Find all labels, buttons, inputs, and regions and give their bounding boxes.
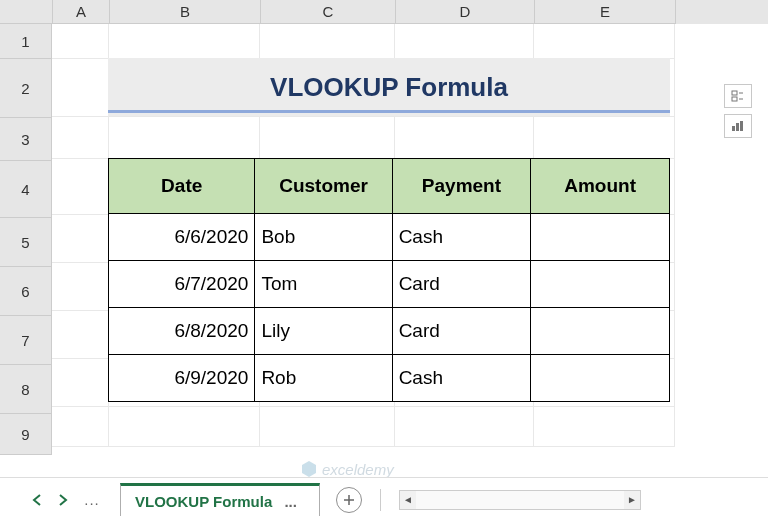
- table-row: 6/6/2020 Bob Cash: [109, 214, 670, 261]
- row-header-2[interactable]: 2: [0, 59, 52, 118]
- sheet-tab-bar: ... VLOOKUP Formula ... ◄ ►: [0, 477, 768, 521]
- row-header-4[interactable]: 4: [0, 161, 52, 218]
- cell-customer[interactable]: Rob: [255, 355, 392, 402]
- col-header-E[interactable]: E: [535, 0, 676, 24]
- cell-date[interactable]: 6/7/2020: [109, 261, 255, 308]
- svg-rect-2: [732, 126, 735, 131]
- tab-active[interactable]: VLOOKUP Formula ...: [120, 483, 320, 516]
- row-header-6[interactable]: 6: [0, 267, 52, 316]
- col-header-D[interactable]: D: [396, 0, 535, 24]
- th-payment[interactable]: Payment: [392, 159, 531, 214]
- th-customer[interactable]: Customer: [255, 159, 392, 214]
- page-title[interactable]: VLOOKUP Formula: [108, 58, 670, 116]
- cell-payment[interactable]: Cash: [392, 355, 531, 402]
- cell-amount[interactable]: [531, 355, 670, 402]
- select-all-corner[interactable]: [0, 0, 53, 24]
- row-header-9[interactable]: 9: [0, 414, 52, 455]
- tab-label: VLOOKUP Formula: [135, 493, 272, 510]
- table-row: 6/8/2020 Lily Card: [109, 308, 670, 355]
- floating-buttons: [724, 84, 752, 138]
- cell-payment[interactable]: Cash: [392, 214, 531, 261]
- sheet-nav: ...: [0, 489, 106, 511]
- col-header-C[interactable]: C: [261, 0, 396, 24]
- watermark-text: exceldemy: [322, 461, 394, 478]
- table-header-row: Date Customer Payment Amount: [109, 159, 670, 214]
- row-header-7[interactable]: 7: [0, 316, 52, 365]
- nav-prev-icon[interactable]: [26, 489, 48, 511]
- svg-rect-0: [732, 91, 737, 95]
- row-header-8[interactable]: 8: [0, 365, 52, 414]
- cells-grid[interactable]: VLOOKUP Formula Date Customer Payment Am…: [52, 24, 768, 455]
- row-header-1[interactable]: 1: [0, 24, 52, 59]
- cell-amount[interactable]: [531, 308, 670, 355]
- cell-date[interactable]: 6/6/2020: [109, 214, 255, 261]
- cell-payment[interactable]: Card: [392, 261, 531, 308]
- chart-options-button[interactable]: [724, 114, 752, 138]
- horizontal-scrollbar[interactable]: ◄ ►: [399, 490, 641, 510]
- svg-rect-3: [736, 123, 739, 131]
- row-header-5[interactable]: 5: [0, 218, 52, 267]
- nav-next-icon[interactable]: [52, 489, 74, 511]
- row-header-3[interactable]: 3: [0, 118, 52, 161]
- cell-customer[interactable]: Lily: [255, 308, 392, 355]
- th-date[interactable]: Date: [109, 159, 255, 214]
- svg-rect-4: [740, 121, 743, 131]
- add-sheet-button[interactable]: [336, 487, 362, 513]
- table-row: 6/9/2020 Rob Cash: [109, 355, 670, 402]
- data-table: Date Customer Payment Amount 6/6/2020 Bo…: [108, 158, 670, 402]
- worksheet-area: A B C D E 1 2 3 4 5 6 7 8 9: [0, 0, 768, 478]
- col-header-A[interactable]: A: [53, 0, 110, 24]
- scroll-right-icon[interactable]: ►: [624, 492, 640, 508]
- row-headers: 1 2 3 4 5 6 7 8 9: [0, 24, 52, 455]
- column-headers: A B C D E: [0, 0, 768, 24]
- col-header-B[interactable]: B: [110, 0, 261, 24]
- th-amount[interactable]: Amount: [531, 159, 670, 214]
- cell-customer[interactable]: Bob: [255, 214, 392, 261]
- divider: [380, 489, 381, 511]
- cell-amount[interactable]: [531, 261, 670, 308]
- cell-date[interactable]: 6/8/2020: [109, 308, 255, 355]
- tab-truncation: ...: [276, 493, 305, 510]
- scroll-left-icon[interactable]: ◄: [400, 492, 416, 508]
- watermark: exceldemy: [300, 460, 394, 478]
- nav-more-sheets[interactable]: ...: [78, 491, 106, 508]
- svg-rect-1: [732, 97, 737, 101]
- title-underline: [108, 110, 670, 113]
- format-options-button[interactable]: [724, 84, 752, 108]
- scroll-track[interactable]: [416, 491, 624, 509]
- cell-payment[interactable]: Card: [392, 308, 531, 355]
- table-row: 6/7/2020 Tom Card: [109, 261, 670, 308]
- cell-date[interactable]: 6/9/2020: [109, 355, 255, 402]
- cell-customer[interactable]: Tom: [255, 261, 392, 308]
- cell-amount[interactable]: [531, 214, 670, 261]
